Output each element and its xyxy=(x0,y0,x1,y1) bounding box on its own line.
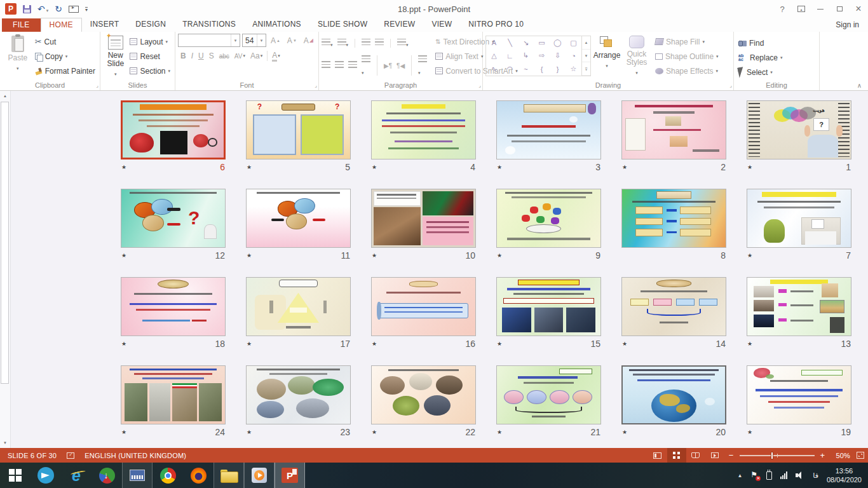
shape-triangle-icon[interactable]: △ xyxy=(486,50,502,63)
input-language-indicator[interactable]: فا xyxy=(813,471,818,480)
paste-button[interactable]: Paste▾ xyxy=(3,34,33,72)
customize-qat-icon[interactable]: ▾ xyxy=(85,7,88,11)
slide-thumbnail-4[interactable] xyxy=(371,100,476,159)
bold-button[interactable]: B xyxy=(178,50,189,62)
redo-icon[interactable]: ↻ xyxy=(55,4,62,13)
shape-rectangle-icon[interactable]: ▭ xyxy=(534,36,550,50)
align-right-button[interactable] xyxy=(348,60,357,71)
save-icon[interactable] xyxy=(23,5,31,13)
fit-to-window-icon[interactable] xyxy=(857,452,864,459)
slide-thumbnail-22[interactable] xyxy=(371,365,476,424)
shape-arc-icon[interactable]: ◠ xyxy=(502,62,518,76)
slide-thumbnail-8[interactable] xyxy=(621,189,726,248)
new-slide-button[interactable]: New Slide▾ xyxy=(103,34,128,78)
drawing-dialog-launcher-icon[interactable]: ⌟ xyxy=(729,83,732,88)
shape-effects-button[interactable]: Shape Effects▾ xyxy=(653,64,721,78)
undo-icon[interactable]: ↶ ▾ xyxy=(37,4,48,13)
select-button[interactable]: Select▾ xyxy=(736,65,785,79)
slide-thumbnail-3[interactable] xyxy=(496,100,601,159)
zoom-level[interactable]: 50% xyxy=(829,452,857,459)
strikethrough-button[interactable]: abc xyxy=(217,50,232,62)
slide-thumbnail-24[interactable] xyxy=(121,365,226,424)
font-name-combo[interactable]: ▾ xyxy=(178,34,240,47)
power-icon[interactable] xyxy=(766,471,772,480)
slide-thumbnail-20[interactable] xyxy=(621,365,726,424)
powerpoint-app-icon[interactable]: P xyxy=(5,3,17,15)
shape-pie-icon[interactable]: ◔ xyxy=(566,50,581,63)
slide-thumbnail-6[interactable] xyxy=(121,100,226,159)
action-center-flag-icon[interactable] xyxy=(750,471,758,480)
minimize-button[interactable] xyxy=(811,2,830,16)
taskbar-media-player-icon[interactable] xyxy=(244,463,275,488)
zoom-out-button[interactable]: − xyxy=(724,451,738,460)
tray-overflow-icon[interactable]: ▲ xyxy=(737,473,742,478)
slide-sorter-view-button[interactable] xyxy=(667,448,686,463)
zoom-slider[interactable] xyxy=(740,455,815,456)
grow-font-button[interactable]: A▲ xyxy=(268,34,283,47)
zoom-in-button[interactable]: + xyxy=(816,451,830,460)
paragraph-dialog-launcher-icon[interactable]: ⌟ xyxy=(478,83,481,88)
arrange-button[interactable]: Arrange▾ xyxy=(591,34,623,70)
taskbar-internet-explorer-icon[interactable]: e xyxy=(61,463,92,488)
scrollbar-thumb[interactable] xyxy=(1,102,9,384)
shape-curve-icon[interactable]: ~ xyxy=(518,62,534,76)
network-signal-icon[interactable] xyxy=(780,471,787,479)
reading-view-button[interactable] xyxy=(686,448,705,463)
shape-right-arrow-icon[interactable]: ⇨ xyxy=(534,50,550,63)
shape-elbow-connector-icon[interactable]: ∟ xyxy=(502,50,518,63)
format-painter-button[interactable]: Format Painter xyxy=(33,64,97,78)
left-to-right-button[interactable]: ▶¶ xyxy=(384,62,392,69)
tab-review[interactable]: REVIEW xyxy=(376,18,423,32)
taskbar-on-screen-keyboard-icon[interactable] xyxy=(122,463,153,488)
underline-button[interactable]: U xyxy=(196,50,207,62)
spell-check-icon[interactable] xyxy=(67,452,74,459)
tab-slide-show[interactable]: SLIDE SHOW xyxy=(309,18,376,32)
scroll-up-icon[interactable]: ▲ xyxy=(0,91,10,101)
slide-thumbnail-1[interactable]: هویت? xyxy=(747,100,851,159)
language-indicator[interactable]: ENGLISH (UNITED KINGDOM) xyxy=(85,452,186,459)
slide-thumbnail-16[interactable] xyxy=(371,277,476,336)
slide-thumbnail-5[interactable]: ?? xyxy=(246,100,351,159)
shape-right-brace-icon[interactable]: } xyxy=(550,62,566,76)
normal-view-button[interactable] xyxy=(648,448,667,463)
find-button[interactable]: Find xyxy=(736,36,785,50)
shape-elbow-arrow-connector-icon[interactable]: ↳ xyxy=(518,50,534,63)
reset-button[interactable]: Reset xyxy=(128,50,172,63)
taskbar-idm-icon[interactable] xyxy=(92,463,122,488)
ribbon-display-options-icon[interactable]: ▴ xyxy=(792,2,811,16)
tab-transitions[interactable]: TRANSITIONS xyxy=(174,18,244,32)
align-center-button[interactable] xyxy=(335,60,344,71)
restore-button[interactable] xyxy=(830,2,849,16)
italic-button[interactable]: I xyxy=(189,50,196,62)
decrease-indent-button[interactable] xyxy=(362,37,370,49)
bullets-button[interactable]: ▾ xyxy=(322,37,333,49)
change-case-button[interactable]: Aa▾ xyxy=(248,50,265,62)
slide-thumbnail-23[interactable] xyxy=(246,365,351,424)
scroll-down-icon[interactable]: ▼ xyxy=(0,438,10,448)
justify-button[interactable]: ▾ xyxy=(362,54,370,77)
numbering-button[interactable]: ▾ xyxy=(337,37,349,49)
section-button[interactable]: Section▾ xyxy=(128,64,172,78)
slide-thumbnail-11[interactable] xyxy=(246,189,351,248)
shapes-more-icon[interactable]: ⊽ xyxy=(582,62,590,76)
quick-styles-button[interactable]: Quick Styles▾ xyxy=(623,34,651,77)
tab-view[interactable]: VIEW xyxy=(423,18,460,32)
shape-outline-button[interactable]: Shape Outline▾ xyxy=(653,50,721,63)
replace-button[interactable]: abacReplace▾ xyxy=(736,51,785,64)
tab-insert[interactable]: INSERT xyxy=(82,18,128,32)
taskbar-powerpoint-icon[interactable]: P xyxy=(275,463,305,488)
font-size-combo[interactable]: 54▾ xyxy=(242,34,266,47)
zoom-slider-thumb[interactable] xyxy=(771,452,773,459)
shape-rounded-rectangle-icon[interactable]: ▢ xyxy=(566,36,581,50)
slide-thumbnail-10[interactable] xyxy=(371,189,476,248)
shape-down-arrow-icon[interactable]: ⇩ xyxy=(550,50,566,63)
slide-show-button[interactable] xyxy=(705,448,724,463)
shape-fill-button[interactable]: Shape Fill▾ xyxy=(653,35,721,48)
slide-thumbnail-21[interactable] xyxy=(496,365,601,424)
shape-left-brace-icon[interactable]: { xyxy=(534,62,550,76)
slide-thumbnail-18[interactable] xyxy=(121,277,226,336)
align-left-button[interactable] xyxy=(322,60,330,71)
shape-oval-icon[interactable]: ◯ xyxy=(550,36,566,50)
vertical-scrollbar[interactable]: ▲ ▼ xyxy=(0,91,11,448)
shrink-font-button[interactable]: A▼ xyxy=(285,34,299,47)
